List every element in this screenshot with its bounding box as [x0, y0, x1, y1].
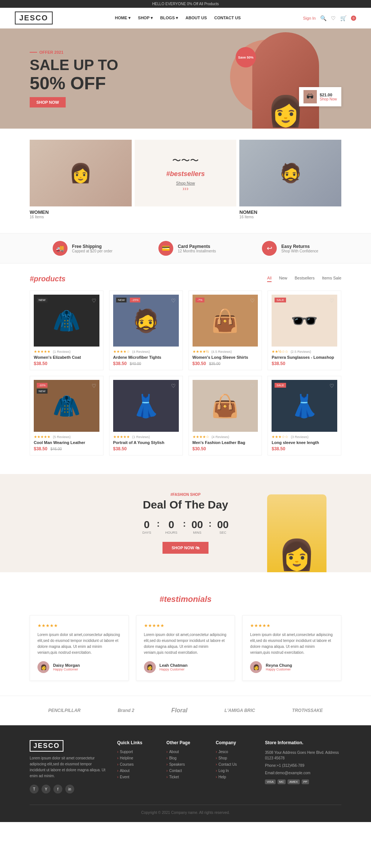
hero-text: OFFER 2021 SALE UP TO 50% OFF SHOP NOW: [30, 50, 118, 107]
product-img-5: -10% NEW ♡ 🧥: [34, 380, 99, 432]
product-emoji-6: 👗: [132, 393, 160, 419]
save-text: Save 50%: [238, 56, 254, 59]
footer-company: Company Jesco Shop Contact Us Log In Hel…: [216, 740, 254, 794]
tab-items-sale[interactable]: Items Sale: [322, 276, 341, 282]
bestsellers-cta[interactable]: Shop Now: [176, 181, 195, 185]
product-img-2: NEW -15% ♡ 🧔: [113, 295, 179, 347]
returns-title: Easy Returns: [281, 244, 318, 249]
countdown-sec: 00 SEC: [217, 519, 229, 534]
nav-home[interactable]: HOME ▾: [115, 16, 131, 20]
social-linkedin[interactable]: in: [65, 785, 74, 794]
avatar-t2: 👩: [144, 661, 156, 673]
wishlist-btn-7[interactable]: ♡: [250, 383, 255, 389]
product-emoji-5: 🧥: [53, 393, 81, 419]
header-icons: Sign In 🔍 ♡ 🛒 0: [303, 15, 356, 21]
wishlist-btn-1[interactable]: ♡: [92, 298, 96, 304]
wishlist-btn-6[interactable]: ♡: [171, 383, 176, 389]
signin-link[interactable]: Sign In: [303, 16, 316, 20]
nav-blogs[interactable]: BLOGS ▾: [160, 16, 178, 20]
bestsellers-decoration: 〜〜〜: [172, 155, 199, 166]
brand-1[interactable]: PENCILPILLAR: [48, 708, 81, 713]
brand-5[interactable]: TROTHSSAKE: [292, 708, 323, 713]
product-name-4: Parrera Sunglasses - Lomashop: [272, 355, 337, 360]
footer: JESCO Lorem ipsum dolor sit amet consect…: [0, 725, 371, 822]
hero-product-card: 🕶 $21.00 Shop Now: [299, 87, 341, 106]
quick-link-courses[interactable]: Courses: [117, 762, 155, 766]
stars-3: ★★★★½ (4.5 Reviews): [193, 349, 258, 354]
wishlist-btn-8[interactable]: ♡: [329, 383, 334, 389]
tab-new[interactable]: New: [279, 276, 287, 282]
wishlist-btn-4[interactable]: ♡: [329, 298, 334, 304]
nav-contact[interactable]: CONTACT US: [214, 16, 240, 20]
wishlist-icon[interactable]: ♡: [331, 15, 336, 21]
product-img-3: -7% ♡ 👜: [193, 295, 258, 347]
footer-logo: JESCO: [30, 740, 63, 752]
author-t3: 👩 Reyna Chung Happy Customer: [250, 661, 334, 673]
store-phone: Phone:+1 (312)456-789: [265, 763, 341, 768]
search-icon[interactable]: 🔍: [320, 15, 326, 21]
hero-cta-button[interactable]: SHOP NOW: [30, 97, 66, 107]
deal-model-figure: 👩: [267, 494, 326, 572]
wishlist-btn-3[interactable]: ♡: [250, 298, 255, 304]
deal-cta-button[interactable]: SHOP NOW 🛍: [162, 542, 209, 554]
tab-all[interactable]: All: [267, 276, 272, 282]
product-emoji-1: 🧥: [53, 308, 81, 334]
footer-brand-col: JESCO Lorem ipsum dolor sit amet consect…: [30, 740, 106, 794]
other-speakers[interactable]: Speakers: [167, 762, 205, 766]
product-price-8: $38.50: [272, 446, 337, 451]
nav-shop[interactable]: SHOP ▾: [138, 16, 153, 20]
social-youtube[interactable]: Y: [42, 785, 50, 794]
product-img-6: ♡ 👗: [113, 380, 179, 432]
company-shop[interactable]: Shop: [216, 756, 254, 760]
quick-link-event[interactable]: Event: [117, 775, 155, 779]
quick-link-about[interactable]: About: [117, 769, 155, 773]
product-name-7: Men's Fashion Leather Bag: [193, 440, 258, 445]
bestsellers-info: [135, 206, 237, 216]
hero-product-cta[interactable]: Shop Now: [320, 97, 337, 101]
cart-icon[interactable]: 🛒: [340, 15, 347, 21]
category-bestsellers[interactable]: 〜〜〜 #bestsellers Shop Now ›››: [135, 140, 237, 222]
nomen-title: NOMEN: [239, 209, 341, 215]
quick-link-support[interactable]: Support: [117, 750, 155, 754]
other-contact[interactable]: Contact: [167, 769, 205, 773]
brand-4[interactable]: L'AMIGA BRIC: [224, 708, 255, 713]
product-img-1: NEW ♡ 🧥: [34, 295, 99, 347]
company-help[interactable]: Help: [216, 775, 254, 779]
social-facebook[interactable]: f: [53, 785, 62, 794]
other-ticket[interactable]: Ticket: [167, 775, 205, 779]
sec-num: 00: [217, 519, 229, 531]
logo[interactable]: JESCO: [15, 11, 53, 24]
stars-1: ★★★★★ (1 Reviews): [34, 349, 99, 354]
wishlist-btn-2[interactable]: ♡: [171, 298, 176, 304]
bestsellers-spacer: [135, 209, 237, 213]
nav-about[interactable]: ABOUT US: [186, 16, 207, 20]
brand-2[interactable]: Brand 2: [118, 708, 134, 713]
quick-link-helpline[interactable]: Helpline: [117, 756, 155, 760]
countdown-hours: 0 HOURS: [165, 519, 178, 534]
social-twitter[interactable]: T: [30, 785, 39, 794]
company-jesco[interactable]: Jesco: [216, 750, 254, 754]
deal-section: #FASHION SHOP Deal Of The Day 0 DAYS : 0…: [0, 474, 371, 572]
text-t3: Lorem ipsum dolor sit amet,consectetur a…: [250, 632, 334, 656]
old-price-3: $35.00: [209, 362, 221, 366]
stars-5: ★★★★★ (5 Reviews): [34, 435, 99, 439]
brand-3[interactable]: Floral: [171, 707, 188, 714]
category-women[interactable]: 👩 WOMEN 16 Items: [30, 140, 132, 222]
reviews-3: (4.5 Reviews): [211, 350, 232, 354]
footer-desc: Lorem ipsum dolor sit amet consectetur a…: [30, 755, 106, 779]
other-about[interactable]: About: [167, 750, 205, 754]
author-role-t3: Happy Customer: [266, 667, 292, 671]
tab-bestsellers[interactable]: Bestsellers: [295, 276, 315, 282]
company-login[interactable]: Log In: [216, 769, 254, 773]
footer-grid: JESCO Lorem ipsum dolor sit amet consect…: [30, 740, 341, 794]
sep-3: :: [209, 519, 211, 534]
author-role-t2: Happy Customer: [160, 667, 188, 671]
other-blog[interactable]: Blog: [167, 756, 205, 760]
category-nomen[interactable]: 🧔 NOMEN 16 Items: [239, 140, 341, 222]
categories-section: 👩 WOMEN 16 Items 〜〜〜 #bestsellers Shop N…: [0, 129, 371, 233]
sec-label: SEC: [217, 531, 229, 534]
author-t2: 👩 Leah Chatman Happy Customer: [144, 661, 227, 673]
wishlist-btn-5[interactable]: ♡: [92, 383, 96, 389]
company-contact[interactable]: Contact Us: [216, 762, 254, 766]
hours-num: 0: [165, 519, 178, 531]
